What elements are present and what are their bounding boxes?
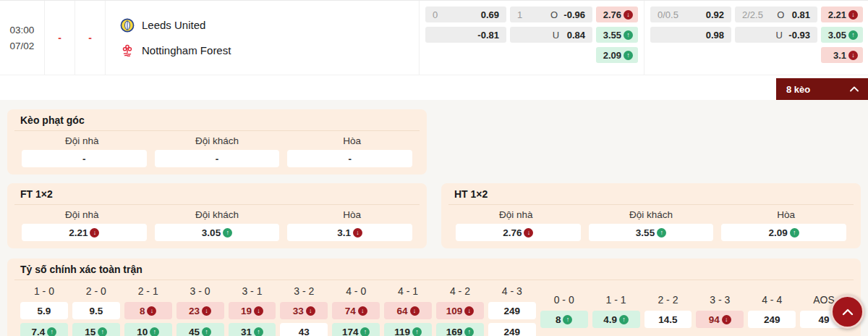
score-odds-cell[interactable]: 9.5 bbox=[72, 302, 120, 319]
score-odds-cell[interactable]: 249 bbox=[748, 311, 796, 328]
x12-home-cell[interactable]: 2.21 ↓ bbox=[821, 7, 863, 22]
header-draw: Hòa bbox=[718, 209, 854, 220]
x12-draw-cell[interactable]: 3.1 ↓ bbox=[821, 47, 863, 63]
trend-down-icon: ↓ bbox=[147, 306, 156, 316]
score-odds-cell[interactable]: 169↑ bbox=[436, 323, 484, 336]
score-odds-cell[interactable]: 33↓ bbox=[280, 302, 328, 319]
home-team-name: Leeds United bbox=[142, 19, 205, 31]
ft-home-odds-cell[interactable]: 2.21 ↓ bbox=[22, 224, 147, 241]
corner-home-odds[interactable]: - bbox=[22, 150, 147, 167]
trend-up-icon: ↑ bbox=[254, 327, 263, 336]
score-odds-cell[interactable]: 45↑ bbox=[176, 323, 224, 336]
ou-cell-top[interactable]: 2/2.5 O 0.81 bbox=[735, 7, 817, 22]
header-home: Đội nhà bbox=[14, 135, 150, 146]
score-odds-cell[interactable]: 119↑ bbox=[384, 323, 432, 336]
ht-panel-title: HT 1×2 bbox=[448, 183, 854, 205]
odds-group-2: 0/0.5 0.92 2/2.5 O 0.81 2.21 ↓ 0.98 bbox=[644, 1, 868, 75]
ou-cell-top[interactable]: 1 O -0.96 bbox=[510, 7, 592, 22]
teams-block[interactable]: Leeds United Nottingham Forest bbox=[106, 1, 420, 75]
odds-group-1: 0 0.69 1 O -0.96 2.76 ↓ -0.81 bbox=[420, 1, 644, 75]
x12-away-cell[interactable]: 3.05 ↑ bbox=[821, 27, 863, 43]
over-odds: 0.81 bbox=[792, 9, 810, 20]
x12-away-cell[interactable]: 3.55 ↑ bbox=[596, 27, 638, 43]
ou-cell-bottom[interactable]: U -0.93 bbox=[735, 27, 817, 43]
scroll-to-top-button[interactable] bbox=[830, 295, 864, 329]
hdp-away-odds: 0.98 bbox=[706, 30, 724, 41]
score-column: 2 - 0 9.5 15↑ bbox=[72, 285, 120, 336]
score-odds-cell[interactable]: 14.5 bbox=[644, 311, 692, 328]
trend-up-icon: ↑ bbox=[624, 51, 633, 60]
score-odds-cell[interactable]: 4.9↑ bbox=[592, 311, 640, 328]
under-label: U bbox=[770, 30, 788, 41]
trend-down-icon: ↓ bbox=[358, 306, 367, 316]
corner-away-odds[interactable]: - bbox=[155, 150, 280, 167]
trend-down-icon: ↓ bbox=[202, 306, 211, 316]
more-odds-button[interactable]: 8 kèo bbox=[776, 78, 868, 100]
header-home: Đội nhà bbox=[14, 209, 150, 220]
score-odds-cell[interactable]: 249 bbox=[488, 302, 536, 319]
score-odds-cell[interactable]: 74↓ bbox=[332, 302, 380, 319]
score-odds-cell[interactable]: 7.4↑ bbox=[20, 323, 68, 336]
score-odds-cell[interactable]: 8↓ bbox=[124, 302, 172, 319]
score-odds-cell[interactable]: 23↓ bbox=[176, 302, 224, 319]
header-strip: 8 kèo bbox=[0, 75, 868, 100]
score-odds-cell[interactable]: 19↓ bbox=[229, 302, 276, 319]
trend-down-icon: ↓ bbox=[254, 306, 263, 316]
score-odds-cell[interactable]: 43 bbox=[280, 323, 328, 336]
x12-draw-cell[interactable]: 2.09 ↑ bbox=[596, 47, 638, 63]
corner-draw-odds[interactable]: - bbox=[287, 150, 412, 167]
ou-line: 1 bbox=[517, 9, 545, 20]
home-team-row[interactable]: Leeds United bbox=[120, 18, 419, 33]
trend-up-icon: ↑ bbox=[360, 327, 370, 336]
hdp-away-odds: -0.81 bbox=[477, 30, 499, 41]
away-score-placeholder: - bbox=[75, 1, 106, 75]
trend-up-icon: ↑ bbox=[657, 228, 666, 238]
score-odds-cell[interactable]: 5.9 bbox=[20, 302, 68, 319]
trend-up-icon: ↑ bbox=[223, 228, 232, 238]
away-team-row[interactable]: Nottingham Forest bbox=[120, 43, 419, 58]
trend-up-icon: ↑ bbox=[790, 228, 799, 238]
trend-down-icon: ↓ bbox=[90, 228, 99, 238]
score-odds-cell[interactable]: 249 bbox=[488, 323, 536, 336]
ht-away-odds-cell[interactable]: 3.55 ↑ bbox=[589, 224, 714, 241]
x12-home-cell[interactable]: 2.76 ↓ bbox=[596, 7, 638, 22]
score-odds-cell[interactable]: 15↑ bbox=[72, 323, 120, 336]
score-odds-cell[interactable]: 94↓ bbox=[696, 311, 744, 328]
hdp-cell-top[interactable]: 0/0.5 0.92 bbox=[650, 7, 731, 22]
score-column: 3 - 2 33↓ 43 bbox=[280, 285, 328, 336]
ft-away-odds-cell[interactable]: 3.05 ↑ bbox=[155, 224, 280, 241]
ou-cell-bottom[interactable]: U 0.84 bbox=[510, 27, 592, 43]
score-odds-cell[interactable]: 174↑ bbox=[332, 323, 380, 336]
trend-up-icon: ↑ bbox=[150, 327, 159, 336]
score-column-draw: 0 - 0 8↑ bbox=[540, 285, 588, 336]
corner-panel-title: Kèo phạt góc bbox=[14, 109, 420, 131]
score-column: 4 - 1 64↓ 119↑ bbox=[384, 285, 432, 336]
header-away: Đội khách bbox=[150, 135, 285, 146]
ou-line: 2/2.5 bbox=[742, 9, 770, 20]
ft-1x2-panel: FT 1×2 Đội nhà Đội khách Hòa 2.21 ↓ 3.05… bbox=[7, 183, 427, 248]
hdp-cell-top[interactable]: 0 0.69 bbox=[425, 7, 506, 22]
score-odds-cell[interactable]: 10↑ bbox=[124, 323, 172, 336]
ft-draw-odds-cell[interactable]: 3.1 ↓ bbox=[287, 224, 412, 241]
ht-draw-odds-cell[interactable]: 2.09 ↑ bbox=[721, 224, 846, 241]
header-home: Đội nhà bbox=[448, 209, 584, 220]
under-odds: 0.84 bbox=[567, 30, 585, 41]
x12-draw-odds: 2.09 bbox=[603, 50, 621, 61]
score-odds-cell[interactable]: 31↑ bbox=[229, 323, 276, 336]
hdp-cell-bottom[interactable]: -0.81 bbox=[425, 27, 506, 43]
ht-home-odds-cell[interactable]: 2.76 ↓ bbox=[456, 224, 581, 241]
hdp-cell-bottom[interactable]: 0.98 bbox=[650, 27, 731, 43]
header-draw: Hòa bbox=[284, 135, 420, 146]
trend-down-icon: ↓ bbox=[722, 315, 731, 324]
trend-down-icon: ↓ bbox=[410, 306, 420, 316]
match-time: 03:00 bbox=[10, 25, 35, 35]
score-odds-cell[interactable]: 109↓ bbox=[436, 302, 484, 319]
score-column-draw: 2 - 2 14.5 bbox=[644, 285, 692, 336]
chevron-up-icon bbox=[850, 86, 859, 92]
trend-down-icon: ↓ bbox=[848, 10, 858, 20]
score-odds-cell[interactable]: 8↑ bbox=[540, 311, 588, 328]
score-odds-cell[interactable]: 64↓ bbox=[384, 302, 432, 319]
trend-down-icon: ↓ bbox=[306, 306, 315, 316]
trend-down-icon: ↓ bbox=[464, 306, 474, 316]
trend-down-icon: ↓ bbox=[524, 228, 533, 238]
